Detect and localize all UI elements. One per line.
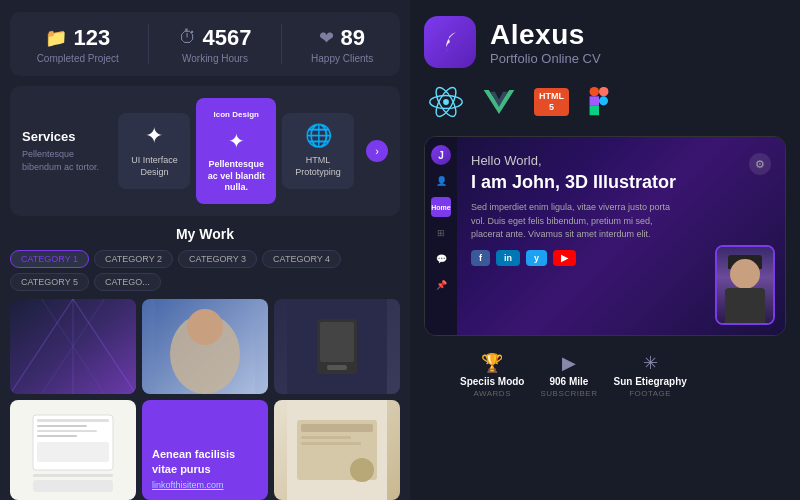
brand-name: Alexus [490,19,601,51]
category-pill-5[interactable]: CATEGORY 5 [10,273,89,291]
globe-icon: 🌐 [305,123,332,149]
awards-value: Speciis Modo [460,376,524,387]
sidebar-nav-grid[interactable]: ⊞ [431,223,451,243]
linkedin-button[interactable]: in [496,250,520,266]
stat-hours: ⏱ 4567 Working Hours [179,25,252,64]
subscriber-label: SUBSCRIBER [540,389,597,398]
main-container: 📁 123 Completed Project ⏱ 4567 Working H… [0,0,800,500]
bio-text: Sed imperdiet enim ligula, vitae viverra… [471,201,671,242]
youtube-button[interactable]: ▶ [553,250,576,266]
work-item-1[interactable] [10,299,136,394]
sidebar-avatar: J [431,145,451,165]
play-icon: ▶ [562,352,576,374]
svg-rect-36 [590,96,599,105]
stat-hours-number: 4567 [203,25,252,51]
svg-rect-34 [590,87,599,96]
chevron-right-icon: › [375,145,379,157]
sidebar-nav-profile[interactable]: 👤 [431,171,451,191]
logo-icon [434,26,466,58]
twitter-button[interactable]: y [526,250,547,266]
bottom-stat-awards: 🏆 Speciis Modo AWARDS [460,352,524,398]
category-pill-6[interactable]: CATEGO... [94,273,161,291]
trophy-icon: 🏆 [481,352,503,374]
category-pill-3[interactable]: CATEGORY 3 [178,250,257,268]
services-desc: Pellentesque bibendum ac tortor. [22,148,110,173]
work-item-5-link[interactable]: linkofthisitem.com [152,480,258,490]
stat-hours-top: ⏱ 4567 [179,25,252,51]
svg-rect-18 [37,435,77,437]
sparkle-icon: ✦ [228,129,245,153]
stat-clients-label: Happy Clients [311,53,373,64]
stat-completed-number: 123 [73,25,110,51]
react-icon [428,84,464,120]
sidebar-nav-chat[interactable]: 💬 [431,249,451,269]
service-card-html[interactable]: 🌐 HTML Prototyping [282,113,354,188]
sidebar-nav-home[interactable]: Home [431,197,451,217]
portfolio-avatar [715,245,775,325]
portfolio-text-block: Hello World, I am John, 3D Illustrator S… [471,153,676,242]
stat-clients: ❤ 89 Happy Clients [311,25,373,64]
gear-button[interactable]: ⚙ [749,153,771,175]
svg-rect-37 [590,106,599,115]
svg-point-38 [599,96,608,105]
work-item-2-visual [142,299,268,394]
svg-rect-21 [33,480,113,492]
portfolio-card: J 👤 Home ⊞ 💬 📌 Hello World, I am John, 3… [424,136,786,336]
heart-icon: ❤ [319,27,334,49]
stat-completed-top: 📁 123 [45,25,110,51]
work-item-5[interactable]: Aenean facilisis vitae purus linkofthisi… [142,400,268,500]
stats-bottom-row: 🏆 Speciis Modo AWARDS ▶ 906 Mile SUBSCRI… [424,352,786,398]
gear-icon: ⚙ [755,158,765,171]
stat-clients-number: 89 [340,25,364,51]
portfolio-sidebar: J 👤 Home ⊞ 💬 📌 [425,137,457,335]
svg-point-8 [187,309,223,345]
services-title: Services [22,129,110,144]
svg-rect-16 [37,425,87,427]
svg-rect-20 [33,474,113,477]
service-cards: ✦ UI Interface Design Icon Design ✦ Pell… [118,98,354,204]
work-item-1-visual [10,299,136,394]
left-panel: 📁 123 Completed Project ⏱ 4567 Working H… [0,0,410,500]
svg-point-28 [443,99,449,105]
work-item-3-visual [274,299,400,394]
my-work-section: My Work CATEGORY 1 CATEGORY 2 CATEGORY 3… [10,226,400,500]
svg-rect-17 [37,430,97,432]
service-card-ui-label: UI Interface Design [126,155,182,178]
facebook-button[interactable]: f [471,250,490,266]
svg-rect-35 [599,87,608,96]
my-work-title: My Work [10,226,400,242]
svg-rect-11 [320,322,354,362]
bottom-stat-subscriber: ▶ 906 Mile SUBSCRIBER [540,352,597,398]
avatar-person [717,247,773,323]
stat-clients-top: ❤ 89 [319,25,364,51]
work-item-3[interactable] [274,299,400,394]
stat-completed-label: Completed Project [37,53,119,64]
stats-row: 📁 123 Completed Project ⏱ 4567 Working H… [10,12,400,76]
work-item-2[interactable] [142,299,268,394]
next-arrow-button[interactable]: › [366,140,388,162]
svg-rect-12 [327,365,347,370]
service-card-ui[interactable]: ✦ UI Interface Design [118,113,190,188]
avatar-body [725,288,765,323]
service-card-icon-design[interactable]: Icon Design ✦ Pellentesque ac vel blandi… [196,98,276,204]
stat-divider-2 [281,24,282,64]
work-item-6[interactable] [274,400,400,500]
briefcase-icon: 📁 [45,27,67,49]
figma-icon [587,85,611,119]
sidebar-nav-pin[interactable]: 📌 [431,275,451,295]
work-grid: Aenean facilisis vitae purus linkofthisi… [10,299,400,500]
work-item-4-visual [10,400,136,500]
work-item-5-title: Aenean facilisis vitae purus [152,447,258,476]
category-pill-4[interactable]: CATEGORY 4 [262,250,341,268]
footage-value: Sun Etiegraphy [613,376,686,387]
category-pill-2[interactable]: CATEGORY 2 [94,250,173,268]
svg-rect-19 [37,442,109,462]
brand-header: Alexus Portfolio Online CV [424,16,786,68]
category-pill-1[interactable]: CATEGORY 1 [10,250,89,268]
brand-text-block: Alexus Portfolio Online CV [490,19,601,66]
work-item-4[interactable] [10,400,136,500]
categories-row: CATEGORY 1 CATEGORY 2 CATEGORY 3 CATEGOR… [10,250,400,291]
services-section: Services Pellentesque bibendum ac tortor… [10,86,400,216]
work-item-6-visual [274,400,400,500]
service-card-badge: Icon Design [209,108,264,121]
